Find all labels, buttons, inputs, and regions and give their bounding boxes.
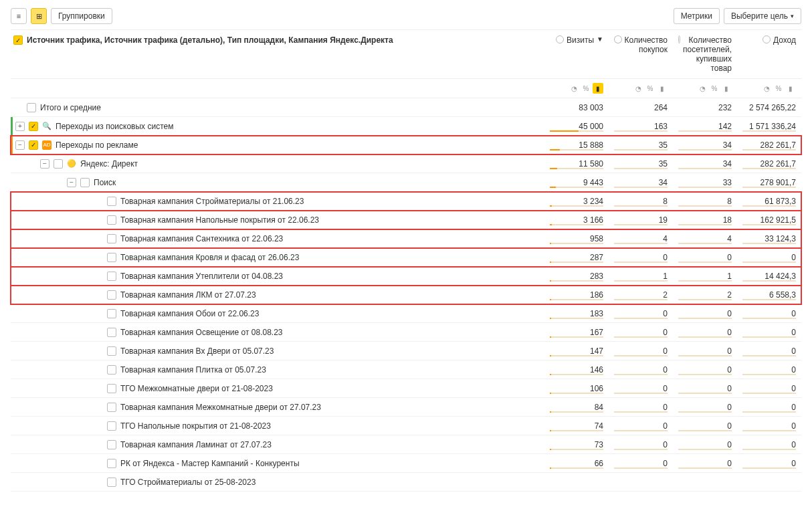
metric-radio[interactable] (763, 35, 771, 43)
percent-icon[interactable]: % (645, 83, 655, 94)
bars-icon[interactable]: ▮ (657, 83, 668, 94)
totals-value: 2 574 265,22 (737, 102, 801, 114)
goal-select-button[interactable]: Выберите цель ▾ (724, 8, 801, 24)
row-checkbox[interactable] (107, 234, 116, 243)
row-dim: РК от Яндекса - Мастер Кампаний - Конкур… (11, 457, 544, 469)
row-value: 186 (544, 289, 609, 301)
row-value: 0 (673, 345, 737, 357)
metrics-button[interactable]: Метрики (674, 8, 720, 24)
row-checkbox[interactable] (107, 365, 116, 375)
row-label[interactable]: Товарная кампания Стройматериалы от 21.0… (120, 197, 304, 206)
percent-icon[interactable]: % (773, 83, 784, 94)
row-label[interactable]: Товарная кампания Межкомнатные двери от … (120, 403, 321, 412)
percent-icon[interactable]: % (581, 83, 591, 94)
pie-icon[interactable]: ◔ (697, 83, 708, 94)
row-label[interactable]: Товарная кампания Обои от 22.06.23 (120, 309, 259, 318)
groupings-button[interactable]: Группировки (51, 8, 112, 24)
collapse-icon[interactable]: − (67, 178, 76, 187)
row-value: 2 (609, 289, 673, 301)
metric-radio[interactable] (678, 35, 680, 43)
row-label[interactable]: Яндекс: Директ (80, 159, 138, 169)
row-checkbox[interactable] (80, 178, 90, 187)
row-checkbox[interactable] (107, 328, 116, 337)
row-checkbox[interactable] (107, 272, 116, 281)
row-value: 958 (544, 233, 609, 245)
row-label[interactable]: ТГО Межкомнатные двери от 21-08-2023 (120, 384, 273, 393)
row-checkbox[interactable] (107, 215, 116, 225)
table-header: ✓ Источник трафика, Источник трафика (де… (11, 29, 801, 79)
table-row: Товарная кампания Освещение от 08.08.231… (11, 323, 801, 342)
row-checkbox[interactable] (54, 159, 63, 169)
row-checkbox[interactable] (107, 459, 116, 468)
row-label[interactable]: Товарная кампания Утеплители от 04.08.23 (120, 272, 283, 281)
row-label[interactable]: Товарная кампания Освещение от 08.08.23 (120, 328, 283, 337)
row-label[interactable]: РК от Яндекса - Мастер Кампаний - Конкур… (120, 459, 300, 468)
row-label[interactable]: Товарная кампания Напольные покрытия от … (120, 215, 319, 225)
pie-icon[interactable]: ◔ (633, 83, 643, 94)
row-value: 19 (609, 214, 673, 226)
row-value: 282 261,7 (737, 158, 801, 170)
pie-icon[interactable]: ◔ (569, 83, 579, 94)
totals-value: 264 (609, 102, 673, 114)
row-label[interactable]: Переходы из поисковых систем (56, 122, 173, 131)
row-checkbox[interactable] (107, 346, 116, 356)
row-label[interactable]: Товарная кампания Сантехника от 22.06.23 (120, 234, 283, 243)
row-checkbox[interactable] (107, 478, 116, 487)
row-checkbox[interactable] (107, 253, 116, 262)
row-value: 1 (609, 270, 673, 282)
metric-header[interactable]: Количество посетителей, купивших товар (673, 34, 737, 74)
row-checkbox[interactable] (107, 421, 116, 431)
metric-header[interactable]: Доход (737, 34, 801, 74)
table-row: −✓ADПереходы по рекламе15 8883534282 261… (11, 136, 801, 154)
row-value: 282 261,7 (737, 139, 801, 151)
row-value (673, 481, 737, 484)
row-label[interactable]: ТГО Стройматериалы от 25-08-2023 (120, 478, 256, 487)
row-checkbox[interactable] (107, 440, 116, 449)
row-value: 0 (673, 420, 737, 432)
row-label[interactable]: ТГО Напольные покрытия от 21-08-2023 (120, 421, 271, 431)
metric-header[interactable]: Визиты▼ (544, 34, 609, 74)
row-checkbox[interactable] (107, 384, 116, 393)
row-label[interactable]: Товарная кампания Ламинат от 27.07.23 (120, 440, 272, 449)
row-checkbox[interactable] (107, 290, 116, 300)
pie-icon[interactable]: ◔ (761, 83, 772, 94)
totals-value: 232 (673, 102, 737, 114)
row-value: 45 000 (544, 120, 609, 132)
row-checkbox[interactable] (107, 197, 116, 206)
metric-radio[interactable] (556, 35, 564, 43)
select-all-checkbox[interactable]: ✓ (13, 35, 23, 45)
expand-icon[interactable]: + (15, 122, 25, 131)
metric-header[interactable]: Количество покупок (609, 34, 673, 74)
collapse-icon[interactable]: − (15, 140, 25, 150)
row-value: 9 443 (544, 177, 609, 189)
percent-icon[interactable]: % (709, 83, 720, 94)
bars-icon[interactable]: ▮ (593, 83, 603, 94)
table-row: Товарная кампания Межкомнатные двери от … (11, 398, 801, 417)
row-value: 0 (673, 401, 737, 413)
view-list-button[interactable]: ≡ (11, 8, 27, 24)
row-value: 0 (609, 364, 673, 376)
row-value: 84 (544, 401, 609, 413)
row-label[interactable]: Товарная кампания Вх Двери от 05.07.23 (120, 346, 274, 356)
row-checkbox[interactable] (107, 309, 116, 318)
view-tree-button[interactable]: ⊞ (31, 8, 47, 24)
row-value: 0 (673, 251, 737, 264)
bars-icon[interactable]: ▮ (721, 83, 732, 94)
totals-checkbox[interactable] (27, 103, 36, 112)
bars-icon[interactable]: ▮ (785, 83, 796, 94)
row-label[interactable]: Товарная кампания Плитка от 05.07.23 (120, 365, 266, 375)
row-value: 0 (609, 383, 673, 395)
row-label[interactable]: Товарная кампания Кровля и фасад от 26.0… (120, 253, 299, 262)
table-row: ТГО Межкомнатные двери от 21-08-20231060… (11, 379, 801, 398)
row-dim: Товарная кампания Напольные покрытия от … (11, 214, 544, 226)
row-checkbox[interactable]: ✓ (29, 122, 38, 131)
row-label[interactable]: Товарная кампания ЛКМ от 27.07.23 (120, 290, 256, 300)
row-value: 33 (673, 177, 737, 189)
collapse-icon[interactable]: − (40, 159, 49, 169)
row-label[interactable]: Переходы по рекламе (56, 140, 138, 150)
metric-radio[interactable] (614, 35, 622, 43)
row-dim: Товарная кампания Освещение от 08.08.23 (11, 326, 544, 338)
row-checkbox[interactable] (107, 403, 116, 412)
row-checkbox[interactable]: ✓ (29, 140, 38, 150)
row-label[interactable]: Поиск (94, 178, 116, 187)
